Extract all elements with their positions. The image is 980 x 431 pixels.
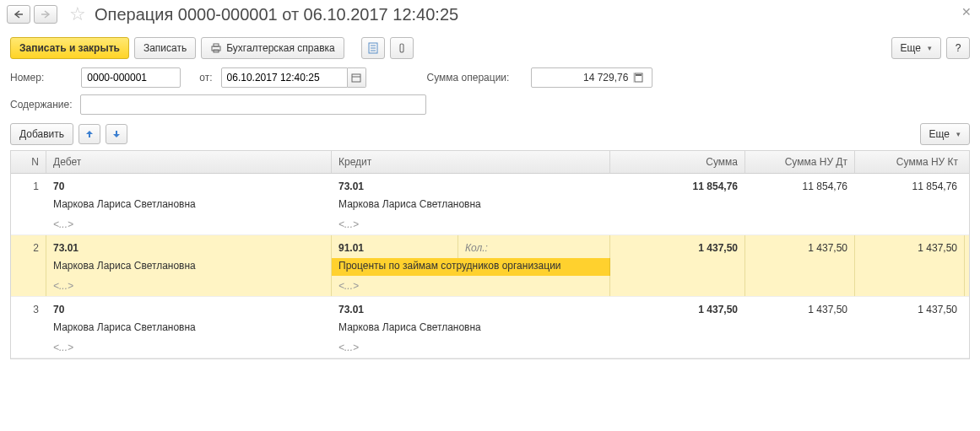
cell-placeholder: <...>	[46, 337, 332, 358]
sum-box: 14 729,76	[531, 67, 652, 88]
arrow-left-icon	[14, 10, 24, 19]
move-down-button[interactable]	[106, 124, 127, 144]
grid-toolbar: Добавить Еще ▾	[0, 118, 980, 150]
cell-n: 3	[11, 297, 46, 320]
calendar-button[interactable]	[348, 67, 366, 88]
col-header-sum[interactable]: Сумма	[610, 151, 745, 173]
attachment-button[interactable]	[390, 37, 414, 59]
cell-nu-kt: 1 437,50	[855, 235, 965, 258]
printer-icon	[210, 42, 222, 54]
cell-credit-sub: Проценты по займам сотрудников организац…	[332, 258, 610, 276]
cell-debit-account: 70	[46, 297, 332, 320]
cell-nu-dt: 1 437,50	[745, 235, 855, 258]
arrow-down-icon	[112, 129, 121, 139]
cell-credit-account: 91.01	[332, 235, 458, 258]
svg-rect-3	[214, 44, 219, 46]
cell-sum: 1 437,50	[610, 235, 745, 258]
nav-back-button[interactable]	[7, 5, 30, 24]
content-label: Содержание:	[10, 99, 72, 110]
titlebar: ☆ Операция 0000-000001 от 06.10.2017 12:…	[0, 0, 980, 32]
cell-nu-kt: 1 437,50	[855, 297, 965, 320]
move-up-button[interactable]	[79, 124, 100, 144]
calendar-icon	[351, 73, 361, 83]
calculator-button[interactable]	[633, 73, 652, 83]
col-header-debit[interactable]: Дебет	[46, 151, 332, 173]
table-row[interactable]: 273.0191.01Кол.:1 437,501 437,501 437,50…	[11, 235, 969, 297]
cell-debit-sub: Маркова Лариса Светлановна	[46, 258, 332, 276]
col-header-n[interactable]: N	[11, 151, 46, 173]
svg-rect-12	[636, 74, 642, 76]
cell-n: 1	[11, 174, 46, 197]
cell-credit-sub: Маркова Лариса Светлановна	[332, 197, 610, 214]
close-button[interactable]: ✕	[961, 5, 972, 19]
col-header-credit[interactable]: Кредит	[332, 151, 610, 173]
form-row-number: Номер: от: Сумма операции: 14 729,76	[0, 64, 980, 91]
cell-credit-sub: Маркова Лариса Светлановна	[332, 320, 610, 337]
cell-debit-sub: Маркова Лариса Светлановна	[46, 197, 332, 214]
cell-qty-placeholder: Кол.:	[458, 235, 495, 258]
arrow-up-icon	[85, 129, 94, 139]
content-input[interactable]	[80, 94, 426, 115]
accounting-note-button[interactable]: Бухгалтерская справка	[201, 37, 344, 59]
grid-more-label: Еще	[929, 128, 950, 140]
chevron-down-icon: ▾	[956, 130, 961, 138]
cell-credit-account: 73.01	[332, 297, 610, 320]
col-header-nu-dt[interactable]: Сумма НУ Дт	[745, 151, 855, 173]
document-icon-button[interactable]	[361, 37, 385, 59]
entries-grid: N Дебет Кредит Сумма Сумма НУ Дт Сумма Н…	[10, 150, 970, 359]
cell-credit-account: 73.01	[332, 174, 610, 197]
add-row-button[interactable]: Добавить	[10, 123, 73, 145]
accounting-note-label: Бухгалтерская справка	[226, 42, 335, 54]
chevron-down-icon: ▾	[928, 44, 932, 52]
cell-sum: 1 437,50	[610, 297, 745, 320]
table-row[interactable]: 17073.0111 854,7611 854,7611 854,76Марко…	[11, 174, 969, 235]
main-toolbar: Записать и закрыть Записать Бухгалтерска…	[0, 32, 980, 64]
cell-debit-account: 70	[46, 174, 332, 197]
cell-n: 2	[11, 235, 46, 258]
page-title: Операция 0000-000001 от 06.10.2017 12:40…	[95, 5, 458, 24]
sum-label: Сумма операции:	[427, 72, 510, 84]
cell-debit-account: 73.01	[46, 235, 332, 258]
more-button[interactable]: Еще ▾	[891, 37, 941, 59]
sum-value: 14 729,76	[532, 72, 633, 84]
favorite-star-icon[interactable]: ☆	[69, 3, 86, 25]
save-button[interactable]: Записать	[134, 37, 196, 59]
arrow-right-icon	[41, 10, 51, 19]
cell-debit-sub: Маркова Лариса Светлановна	[46, 320, 332, 337]
form-row-content: Содержание:	[0, 91, 980, 118]
number-label: Номер:	[10, 72, 44, 84]
cell-sum: 11 854,76	[610, 174, 745, 197]
col-header-nu-kt[interactable]: Сумма НУ Кт	[855, 151, 965, 173]
cell-nu-kt: 11 854,76	[855, 174, 965, 197]
grid-more-button[interactable]: Еще ▾	[920, 123, 970, 145]
document-icon	[368, 42, 378, 54]
save-and-close-button[interactable]: Записать и закрыть	[10, 37, 129, 59]
svg-rect-9	[352, 74, 360, 82]
cell-placeholder: <...>	[46, 276, 332, 296]
cell-placeholder: <...>	[46, 214, 332, 234]
paperclip-icon	[398, 42, 406, 54]
more-label: Еще	[901, 42, 921, 54]
calculator-icon	[634, 73, 643, 83]
help-button[interactable]: ?	[946, 37, 970, 59]
from-label: от:	[199, 72, 212, 84]
cell-placeholder: <...>	[332, 276, 610, 296]
cell-placeholder: <...>	[332, 214, 610, 234]
nav-forward-button[interactable]	[34, 5, 57, 24]
grid-body: 17073.0111 854,7611 854,7611 854,76Марко…	[11, 174, 969, 358]
date-input[interactable]	[221, 67, 348, 88]
grid-header: N Дебет Кредит Сумма Сумма НУ Дт Сумма Н…	[11, 151, 969, 174]
cell-placeholder: <...>	[332, 337, 610, 358]
number-input[interactable]	[81, 67, 181, 88]
cell-nu-dt: 11 854,76	[745, 174, 855, 197]
cell-nu-dt: 1 437,50	[745, 297, 855, 320]
table-row[interactable]: 37073.011 437,501 437,501 437,50Маркова …	[11, 297, 969, 358]
